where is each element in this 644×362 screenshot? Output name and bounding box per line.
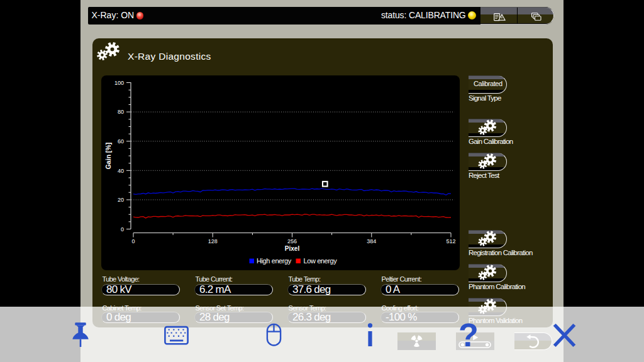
svg-text:40: 40 bbox=[117, 167, 123, 173]
svg-text:256: 256 bbox=[287, 238, 296, 244]
svg-text:128: 128 bbox=[208, 238, 217, 244]
svg-text:Low energy: Low energy bbox=[303, 257, 337, 265]
svg-text:100: 100 bbox=[114, 79, 123, 85]
svg-text:0: 0 bbox=[131, 238, 135, 244]
svg-text:Gain [%]: Gain [%] bbox=[104, 142, 112, 169]
svg-text:High energy: High energy bbox=[257, 257, 292, 265]
svg-text:0: 0 bbox=[120, 226, 123, 232]
svg-text:Pixel: Pixel bbox=[284, 244, 299, 251]
svg-text:60: 60 bbox=[117, 138, 123, 144]
svg-text:512: 512 bbox=[446, 238, 455, 244]
svg-text:80: 80 bbox=[117, 109, 123, 115]
svg-text:384: 384 bbox=[367, 238, 376, 244]
svg-text:20: 20 bbox=[117, 197, 123, 203]
